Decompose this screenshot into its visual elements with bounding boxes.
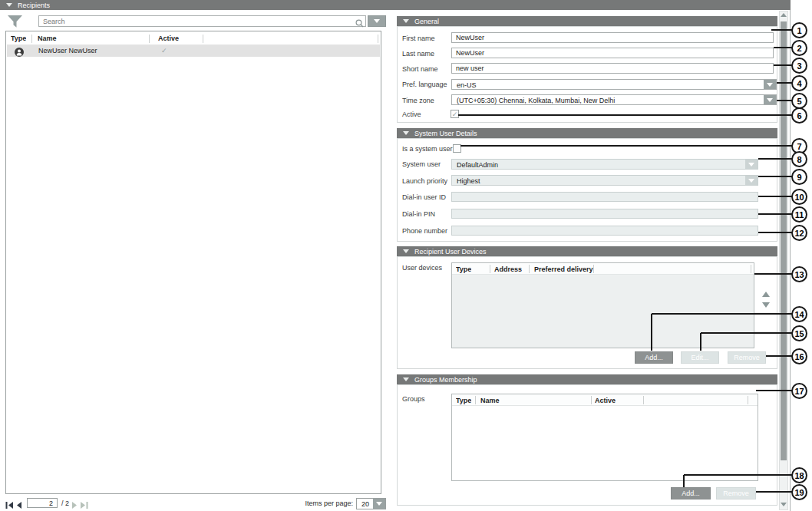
page-number-input[interactable] (27, 498, 58, 508)
launch-priority-label: Launch priority (402, 177, 447, 185)
last-page-button[interactable] (80, 499, 88, 511)
column-active: Active (158, 35, 179, 42)
chevron-down-icon (376, 502, 382, 506)
callout-8: 8 (791, 151, 807, 167)
filter-icon[interactable] (7, 15, 23, 31)
section-header-recipient-user-devices[interactable]: Recipient User Devices (397, 246, 777, 256)
phone-number-label: Phone number (402, 227, 447, 235)
scroll-up-button[interactable] (781, 13, 787, 17)
collapse-icon (403, 131, 409, 135)
callout-leader-line (652, 313, 792, 315)
groups-table-header: Type Name Active (452, 394, 758, 406)
collapse-icon (6, 3, 12, 7)
callout-15: 15 (791, 325, 807, 341)
move-up-button[interactable] (762, 292, 770, 297)
move-down-button[interactable] (762, 302, 770, 308)
callout-leader-line (700, 333, 701, 351)
chevron-down-icon (748, 179, 754, 183)
search-options-button[interactable] (368, 15, 386, 27)
search-input[interactable] (38, 15, 366, 27)
launch-priority-select[interactable]: Highest (451, 175, 758, 186)
time-zone-dropdown-button[interactable] (764, 95, 776, 104)
callout-12: 12 (791, 225, 807, 241)
callout-leader-line (758, 176, 792, 177)
callout-leader-line (756, 491, 792, 493)
callout-10: 10 (791, 189, 807, 205)
time-zone-value: (UTC+05:30) Chennai, Kolkata, Mumbai, Ne… (457, 97, 615, 104)
user-devices-label: User devices (402, 264, 442, 272)
callout-leader-line (754, 273, 792, 275)
time-zone-select[interactable]: (UTC+05:30) Chennai, Kolkata, Mumbai, Ne… (451, 94, 777, 105)
launch-priority-dropdown-button (745, 176, 758, 185)
collapse-icon (403, 377, 409, 381)
groups-label: Groups (402, 395, 425, 403)
callout-leader-line (756, 390, 792, 391)
callout-leader-line (458, 114, 792, 116)
user-devices-table[interactable]: Type Address Preferred delivery me (451, 262, 754, 348)
section-title: Recipient User Devices (414, 248, 487, 256)
list-header: Type Name Active (6, 31, 381, 45)
devices-remove-button[interactable]: Remove (728, 351, 766, 364)
callout-18: 18 (791, 467, 807, 483)
callout-14: 14 (791, 306, 807, 322)
devices-add-button[interactable]: Add... (635, 351, 673, 364)
active-label: Active (402, 110, 421, 118)
groups-table[interactable]: Type Name Active (451, 394, 758, 481)
callout-9: 9 (791, 169, 807, 185)
section-header-groups-membership[interactable]: Groups Membership (397, 374, 777, 384)
callout-leader-line (683, 475, 685, 487)
groups-remove-button[interactable]: Remove (716, 487, 756, 499)
scrollbar-thumb[interactable] (781, 21, 787, 460)
previous-page-button[interactable] (15, 499, 22, 511)
chevron-down-icon (767, 83, 773, 87)
callout-leader-line (684, 474, 792, 476)
next-page-button[interactable] (71, 499, 78, 511)
callout-leader-line (758, 232, 792, 233)
callout-2: 2 (791, 40, 807, 56)
recipients-panel-header[interactable]: Recipients (0, 0, 791, 10)
app-window: Recipients Type Name Active (0, 0, 812, 511)
user-devices-table-body[interactable] (452, 275, 754, 348)
first-page-button[interactable] (5, 499, 14, 511)
section-header-system-user-details[interactable]: System User Details (397, 128, 777, 138)
callout-leader-line (758, 158, 792, 160)
callout-leader-line (777, 100, 792, 101)
callout-leader-line (777, 82, 792, 84)
section-header-general[interactable]: General (397, 16, 777, 26)
phone-number-input[interactable] (451, 226, 758, 236)
items-per-page-label: Items per page: (261, 499, 353, 507)
first-name-input[interactable] (451, 32, 774, 43)
search-icon (355, 17, 364, 31)
groups-table-body[interactable] (452, 406, 758, 480)
items-per-page-value: 20 (361, 500, 369, 508)
callout-leader-line (758, 213, 792, 215)
pref-language-select[interactable]: en-US (451, 79, 777, 90)
column-type: Type (456, 265, 471, 273)
system-user-select[interactable]: DefaultAdmin (451, 159, 758, 170)
section-title: Groups Membership (414, 376, 477, 384)
last-name-input[interactable] (451, 48, 774, 58)
devices-edit-button[interactable]: Edit... (681, 351, 719, 364)
callout-17: 17 (791, 383, 807, 399)
column-active: Active (595, 397, 616, 404)
short-name-label: Short name (402, 65, 438, 73)
groups-add-button[interactable]: Add... (671, 487, 711, 499)
short-name-input[interactable] (451, 63, 774, 74)
user-devices-table-header: Type Address Preferred delivery me (452, 263, 754, 275)
dial-in-pin-input[interactable] (451, 209, 758, 219)
callout-11: 11 (791, 206, 807, 223)
recipients-list[interactable]: Type Name Active NewUser NewUser ✓ (5, 31, 381, 494)
items-per-page-dropdown-button[interactable] (373, 499, 385, 509)
callout-5: 5 (791, 93, 807, 109)
list-row-selected[interactable]: NewUser NewUser ✓ (7, 45, 380, 57)
dial-in-user-id-input[interactable] (451, 192, 758, 202)
scroll-down-button[interactable] (781, 503, 787, 506)
pref-language-dropdown-button[interactable] (764, 80, 776, 89)
launch-priority-value: Highest (457, 177, 480, 185)
items-per-page-select[interactable]: 20 (356, 498, 386, 509)
callout-4: 4 (791, 75, 807, 91)
callout-leader-line (774, 47, 792, 48)
section-title: System User Details (414, 130, 477, 137)
last-name-label: Last name (402, 50, 434, 58)
chevron-down-icon (767, 98, 773, 102)
